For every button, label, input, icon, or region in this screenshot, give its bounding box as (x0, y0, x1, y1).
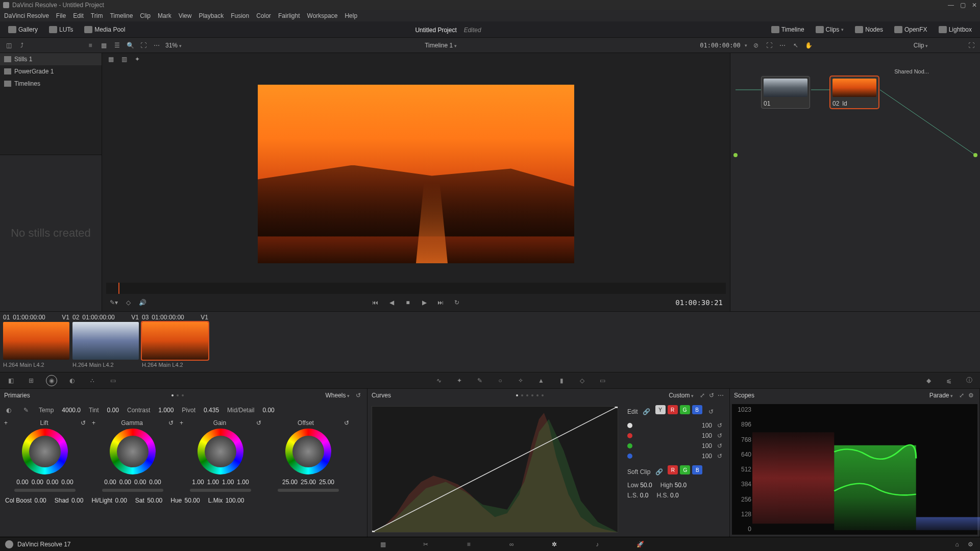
highlight-icon[interactable]: ▦ (106, 55, 115, 63)
primaries-mode[interactable]: Wheels (325, 392, 350, 399)
tree-stills[interactable]: Stills 1 (0, 53, 102, 65)
luma-intensity[interactable]: 100 (702, 422, 712, 429)
viewer-image[interactable] (258, 85, 574, 263)
split-view-icon[interactable]: ▥ (119, 55, 129, 63)
clip-03[interactable]: 0301:00:00:00V1 H.264 Main L4.2 (142, 314, 208, 368)
red-intensity[interactable]: 100 (702, 432, 712, 439)
page-edit[interactable]: ≡ (462, 538, 475, 550)
menu-mark[interactable]: Mark (158, 12, 172, 19)
list-icon[interactable]: ☰ (112, 41, 121, 49)
hue-value[interactable]: 50.00 (185, 497, 200, 504)
play-button[interactable]: ▶ (420, 298, 429, 307)
menu-fusion[interactable]: Fusion (231, 12, 249, 19)
contrast-value[interactable]: 1.000 (158, 407, 174, 414)
curves-reset-icon[interactable]: ↺ (707, 391, 716, 399)
colboost-value[interactable]: 0.00 (34, 497, 46, 504)
red-reset-icon[interactable]: ↺ (715, 432, 724, 440)
sc-r-button[interactable]: R (668, 465, 678, 474)
reset-primaries-icon[interactable]: ↺ (354, 391, 363, 399)
offset-master[interactable] (278, 489, 339, 492)
search-icon[interactable]: 🔍 (126, 41, 135, 49)
luts-button[interactable]: LUTs (46, 25, 76, 34)
sc-b-button[interactable]: B (692, 465, 702, 474)
gamma-adjust-icon[interactable]: + (92, 419, 95, 427)
upload-icon[interactable]: ⤴ (17, 41, 27, 49)
viewer-timecode[interactable]: 01:00:00:00 (700, 42, 740, 49)
blur-icon[interactable]: ▮ (556, 375, 567, 386)
audio-icon[interactable]: 🔊 (138, 298, 147, 307)
color-wheels-icon[interactable]: ◉ (46, 375, 57, 386)
edit-r-button[interactable]: R (668, 405, 678, 414)
auto-balance-icon[interactable]: ◐ (4, 406, 13, 414)
sat-value[interactable]: 50.00 (147, 497, 162, 504)
gain-colorwheel[interactable] (198, 429, 243, 474)
fullscreen-icon[interactable]: ⛶ (765, 41, 774, 49)
scopes-settings-icon[interactable]: ⚙ (966, 391, 975, 399)
offset-colorwheel[interactable] (285, 429, 331, 474)
more-icon[interactable]: ⋯ (152, 41, 161, 49)
hand-icon[interactable]: ✋ (804, 41, 814, 49)
first-frame-button[interactable]: ⏮ (371, 298, 380, 307)
qualifier-icon[interactable]: ✎ (474, 375, 485, 386)
window-icon[interactable]: ○ (495, 375, 506, 386)
curves-mode[interactable]: Custom (669, 392, 694, 399)
node-expand-icon[interactable]: ⛶ (967, 41, 976, 49)
openfx-button[interactable]: OpenFX (891, 25, 930, 34)
page-media[interactable]: ▦ (377, 538, 389, 550)
clips-button[interactable]: Clips▾ (813, 25, 847, 34)
transport-timecode[interactable]: 01:00:30:21 (675, 298, 723, 307)
menu-view[interactable]: View (179, 12, 192, 19)
sc-g-button[interactable]: G (680, 465, 690, 474)
timeline-dropdown[interactable]: Timeline 1 (425, 42, 456, 49)
hs-value[interactable]: 0.0 (670, 492, 679, 499)
clip-mode-dropdown[interactable]: Clip (914, 42, 928, 49)
gain-master[interactable] (190, 489, 251, 492)
mediapool-button[interactable]: Media Pool (81, 25, 128, 34)
menu-timeline[interactable]: Timeline (110, 12, 133, 19)
low-value[interactable]: 50.0 (640, 482, 652, 489)
color-match-icon[interactable]: ⊞ (26, 375, 37, 386)
high-value[interactable]: 50.0 (675, 482, 687, 489)
tracker-icon[interactable]: ✧ (515, 375, 526, 386)
scopes-icon[interactable]: ⫹ (943, 375, 954, 386)
node-01[interactable]: 01 (761, 76, 810, 109)
rgb-mixer-icon[interactable]: ∴ (87, 375, 98, 386)
page-deliver[interactable]: 🚀 (634, 538, 646, 550)
menu-workspace[interactable]: Workspace (307, 12, 338, 19)
edit-g-button[interactable]: G (680, 405, 690, 414)
color-warper-icon[interactable]: ✦ (454, 375, 465, 386)
gamma-reset-icon[interactable]: ↺ (168, 419, 174, 427)
magic-icon[interactable]: ✦ (133, 55, 142, 63)
more2-icon[interactable]: ⋯ (778, 41, 787, 49)
edit-reset-icon[interactable]: ↺ (706, 408, 716, 416)
expand-icon[interactable]: ⛶ (139, 41, 148, 49)
picker-wb-icon[interactable]: ✎ (21, 406, 31, 414)
hdr-wheels-icon[interactable]: ◐ (66, 375, 78, 386)
curve-editor[interactable] (372, 406, 618, 533)
arrow-icon[interactable]: ↖ (791, 41, 800, 49)
tree-powergrade[interactable]: PowerGrade 1 (0, 65, 102, 78)
bypass-icon[interactable]: ⊘ (751, 41, 761, 49)
page-color[interactable]: ✲ (548, 538, 560, 550)
pivot-value[interactable]: 0.435 (204, 407, 219, 414)
curves-more-icon[interactable]: ⋯ (716, 391, 725, 399)
menu-help[interactable]: Help (345, 12, 357, 19)
lift-colorwheel[interactable] (22, 429, 68, 474)
edit-y-button[interactable]: Y (655, 405, 666, 414)
sizing-icon[interactable]: ▭ (597, 375, 608, 386)
timeline-button[interactable]: Timeline (768, 25, 807, 34)
unmix-icon[interactable]: ◇ (124, 298, 133, 307)
nodes-button[interactable]: Nodes (852, 25, 886, 34)
green-intensity[interactable]: 100 (702, 442, 712, 449)
camera-raw-icon[interactable]: ◧ (5, 375, 16, 386)
node-02[interactable]: 02ld (830, 76, 879, 109)
viewer-scrubber[interactable] (106, 283, 726, 294)
menu-app[interactable]: DaVinci Resolve (4, 12, 49, 19)
playhead[interactable] (118, 283, 119, 294)
tree-timelines[interactable]: Timelines (0, 78, 102, 90)
menu-trim[interactable]: Trim (91, 12, 103, 19)
lift-adjust-icon[interactable]: + (4, 419, 8, 427)
gallery-button[interactable]: Gallery (5, 25, 41, 34)
picker-icon[interactable]: ✎▾ (109, 298, 118, 307)
scopes-mode[interactable]: Parade (929, 392, 953, 399)
